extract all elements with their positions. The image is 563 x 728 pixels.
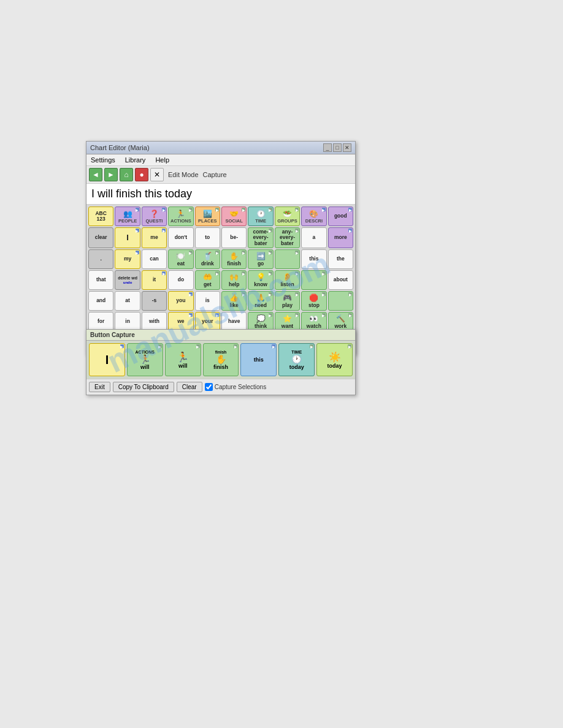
btn-know[interactable]: ▶ 💡 know <box>248 270 273 290</box>
btn-to[interactable]: to <box>195 227 220 248</box>
capture-btn-this[interactable]: ▶ this <box>240 343 277 376</box>
btn-finish[interactable]: ▶ ✋ finish <box>221 249 247 269</box>
capture-btn-actions[interactable]: ▶ ACTIONS 🏃 will <box>127 343 163 376</box>
btn-help[interactable]: ▶ 🙌 help <box>221 270 247 290</box>
btn-listen[interactable]: ▶ 👂 listen <box>275 270 300 290</box>
window-title: Chart Editor (Maria) <box>90 144 150 151</box>
btn-dont[interactable]: don't <box>168 227 193 248</box>
btn-this[interactable]: this <box>301 249 326 269</box>
btn-good[interactable]: ▶ good <box>328 207 353 226</box>
btn-stop[interactable]: ▶ 🛑 stop <box>301 291 326 311</box>
btn-me[interactable]: ▶ me <box>142 227 167 248</box>
capture-footer: Exit Copy To Clipboard Clear Capture Sel… <box>86 379 355 395</box>
back-button[interactable]: ◄ <box>89 168 102 181</box>
capture-grid: ▶ I ▶ ACTIONS 🏃 will ▶ 🏃 will ▶ finish ✋… <box>86 341 355 379</box>
btn-clear[interactable]: clear <box>88 227 113 248</box>
clear-x-button[interactable]: ✕ <box>150 168 164 181</box>
exit-button[interactable]: Exit <box>89 382 110 392</box>
btn-questions[interactable]: ▶ ❓ QUESTI <box>142 207 167 226</box>
btn-groups[interactable]: ▶ 🥗 GROUPS <box>275 207 300 226</box>
btn-come[interactable]: ▶ come-every-bater <box>248 227 273 248</box>
btn-that[interactable]: that <box>88 270 113 290</box>
close-button[interactable]: ✕ <box>343 143 351 152</box>
btn-is[interactable]: is <box>195 291 220 311</box>
clear-capture-button[interactable]: Clear <box>177 382 202 392</box>
capture-selections-label[interactable]: Capture Selections <box>205 383 267 391</box>
btn-get[interactable]: ▶ 🤲 get <box>195 270 220 290</box>
btn-it[interactable]: ▶ it <box>142 270 167 290</box>
capture-panel-title: Button Capture <box>86 330 355 341</box>
btn-I[interactable]: ▶ I <box>115 227 140 248</box>
maximize-button[interactable]: □ <box>333 143 342 152</box>
btn-actions[interactable]: ▶ 🏃 ACTIONS <box>168 207 193 226</box>
btn-row5-col8[interactable]: ▶ <box>328 291 353 311</box>
btn-the[interactable]: the <box>328 249 353 269</box>
stop-button[interactable]: ● <box>135 168 148 181</box>
btn-play[interactable]: ▶ 🎮 play <box>275 291 300 311</box>
menu-settings[interactable]: Settings <box>89 156 117 164</box>
btn-delete-word[interactable]: delete wd undo <box>115 270 140 290</box>
edit-mode-label[interactable]: Edit Mode <box>168 171 199 178</box>
btn-people[interactable]: ▶ 👥 PEOPLE <box>115 207 140 226</box>
btn-row3-col8[interactable]: ▶ <box>275 249 300 269</box>
menu-help[interactable]: Help <box>153 156 171 164</box>
btn-places[interactable]: ▶ 🏙️ PLACES <box>195 207 220 226</box>
btn-and[interactable]: and <box>88 291 113 311</box>
btn-go[interactable]: ▶ ➡️ go <box>248 249 273 269</box>
btn-drink[interactable]: ▶ 🥤 drink <box>195 249 220 269</box>
capture-btn-time[interactable]: ▶ TIME 🕐 today <box>278 343 315 376</box>
btn-a[interactable]: a <box>301 227 326 248</box>
btn-abc123[interactable]: ABC123 <box>88 207 113 226</box>
main-window: Chart Editor (Maria) _ □ ✕ Settings Libr… <box>86 141 356 355</box>
btn-do[interactable]: do <box>168 270 193 290</box>
btn-eat[interactable]: ▶ 🍽️ eat <box>168 249 193 269</box>
copy-clipboard-button[interactable]: Copy To Clipboard <box>113 382 174 392</box>
forward-button[interactable]: ► <box>104 168 118 181</box>
home-button[interactable]: ⌂ <box>120 168 133 181</box>
title-bar: Chart Editor (Maria) _ □ ✕ <box>86 142 355 154</box>
capture-btn-today[interactable]: ▶ ☀️ today <box>316 343 353 376</box>
capture-btn-finish[interactable]: ▶ finish ✋ finish <box>203 343 239 376</box>
menu-bar: Settings Library Help <box>86 154 355 166</box>
btn-time[interactable]: ▶ 🕐 TIME <box>248 207 273 226</box>
btn-period[interactable]: . <box>88 249 113 269</box>
menu-library[interactable]: Library <box>123 156 148 164</box>
capture-btn-I[interactable]: ▶ I <box>89 343 125 376</box>
title-bar-controls: _ □ ✕ <box>323 143 351 152</box>
btn-be[interactable]: be- <box>221 227 247 248</box>
toolbar: ◄ ► ⌂ ● ✕ Edit Mode Capture <box>86 166 355 184</box>
capture-label[interactable]: Capture <box>203 171 227 178</box>
btn-describe[interactable]: ▶ 🎨 DESCRI <box>301 207 326 226</box>
btn-social[interactable]: ▶ 🤝 SOCIAL <box>221 207 247 226</box>
btn-any[interactable]: ▶ any-every-bater <box>275 227 300 248</box>
btn-my[interactable]: ▶ my <box>115 249 140 269</box>
capture-btn-will[interactable]: ▶ 🏃 will <box>165 343 201 376</box>
sentence-bar: I will finish this today <box>86 184 355 205</box>
btn-like[interactable]: ▶ 👍 like <box>221 291 247 311</box>
capture-selections-checkbox[interactable] <box>205 383 213 391</box>
btn-row4-col8[interactable]: ▶ <box>301 270 326 290</box>
sentence-text: I will finish this today <box>91 188 192 200</box>
btn-need[interactable]: ▶ 🙏 need <box>248 291 273 311</box>
btn-more[interactable]: ▶ more <box>328 227 353 248</box>
btn-s[interactable]: -s <box>142 291 167 311</box>
btn-you[interactable]: ▶ you <box>168 291 193 311</box>
btn-at[interactable]: at <box>115 291 140 311</box>
btn-about[interactable]: about <box>328 270 353 290</box>
btn-can[interactable]: can <box>142 249 167 269</box>
minimize-button[interactable]: _ <box>323 143 332 152</box>
capture-panel: Button Capture ▶ I ▶ ACTIONS 🏃 will ▶ 🏃 … <box>86 329 356 395</box>
